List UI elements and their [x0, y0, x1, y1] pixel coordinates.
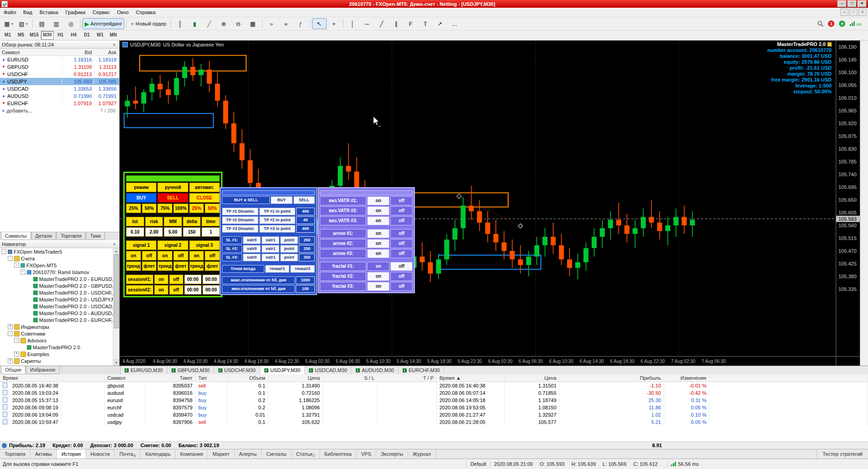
ea-panel-button[interactable]: точка#2 — [290, 265, 315, 273]
tree-toggle-icon[interactable]: - — [14, 263, 19, 268]
algo-trading-button[interactable]: ▶Алготрейдинг — [82, 18, 124, 29]
navigator-tab[interactable]: Общие — [1, 366, 25, 374]
ea-panel-button[interactable]: vatr0 — [243, 236, 261, 244]
ea-panel-button[interactable]: 250 — [299, 254, 315, 261]
ea-panel-button[interactable]: флет — [205, 261, 220, 271]
ea-panel-button[interactable]: SELL — [157, 193, 188, 203]
tree-toggle-icon[interactable]: + — [8, 324, 13, 329]
navigator-item[interactable]: MasterTradePRO 2.0 — [0, 344, 119, 351]
timeframe-button[interactable]: H4 — [67, 31, 80, 40]
more-objects-button[interactable]: … — [447, 18, 462, 29]
ea-panel-button[interactable]: Точки входа — [222, 265, 264, 273]
market-watch-row[interactable]: USDJPY 105.583 105.585 — [0, 78, 119, 85]
community-icon[interactable]: ● — [839, 20, 845, 27]
ea-panel-button[interactable]: on — [367, 229, 389, 238]
ea-panel-button[interactable]: off — [390, 196, 413, 205]
ea-panel-button[interactable]: off — [390, 229, 413, 238]
ea-panel-button[interactable]: 2.00 — [145, 227, 163, 237]
toolbox-tab[interactable]: Сигналы — [262, 449, 292, 459]
chart-tab[interactable]: USDCHF,M30 — [214, 366, 260, 374]
ea-panel-button[interactable]: BUY и SELL — [222, 196, 270, 204]
toolbox-toggle-button[interactable]: ▤ — [35, 18, 49, 29]
toolbox-tab[interactable]: Алерты — [235, 449, 262, 459]
market-watch-row[interactable]: GBPUSD 1.31109 1.31113 — [0, 63, 119, 71]
ea-panel-button[interactable]: SL #3: — [222, 254, 242, 261]
close-button[interactable] — [858, 0, 867, 7]
ea-panel-button[interactable]: 0.10 — [126, 227, 144, 237]
ea-panel-button[interactable]: arrow #3: — [320, 249, 366, 258]
ea-panel-button[interactable]: session#1: — [126, 275, 153, 284]
market-watch-tab[interactable]: Тики — [86, 232, 105, 240]
ea-panel-button[interactable]: 250 — [299, 236, 315, 244]
timeframe-button[interactable]: D1 — [81, 31, 93, 40]
ea-panel-button[interactable] — [320, 190, 413, 195]
zoom-in-button[interactable]: ⊕ — [217, 18, 231, 29]
history-row[interactable]: 2020.08.06 09:08:19 eurchf 8397579 buy 0… — [0, 404, 868, 411]
tree-toggle-icon[interactable]: + — [8, 358, 13, 363]
ea-panel-button[interactable]: off — [390, 206, 413, 215]
tree-toggle-icon[interactable]: - — [8, 256, 13, 261]
ea-panel-button[interactable] — [222, 190, 315, 195]
ea-panel-button[interactable]: мин.отклонение от h/l. дня — [222, 285, 295, 293]
history-row[interactable]: 2020.08.06 19:04:09 usdcad 8399470 buy 0… — [0, 411, 868, 418]
market-watch-tab[interactable]: Символы — [1, 232, 31, 240]
ea-panel-button[interactable]: 00:00 — [202, 285, 220, 295]
history-row[interactable]: 2020.08.05 16:40:38 gbpusd 8395037 sell … — [0, 382, 868, 389]
chart-close-icon[interactable]: × — [858, 9, 867, 16]
zoom-out-button[interactable]: ⊖ — [231, 18, 246, 29]
history-column-header[interactable]: Прибыль — [560, 374, 664, 382]
history-column-header[interactable]: T / P — [378, 374, 437, 382]
ea-panel-button[interactable]: off — [390, 282, 413, 291]
timeframe-button[interactable]: M15 — [28, 31, 40, 40]
navigator-item[interactable]: MasterTradePRO 2.0 - USDJPY,M30 — [0, 296, 119, 303]
ea-panel-button[interactable]: 5.00 — [164, 227, 182, 237]
navigator-item[interactable]: MasterTradePRO 2.0 - GBPUSD,M30 — [0, 282, 119, 289]
navigator-item[interactable]: - FXOpen MetaTrader5 — [0, 248, 119, 255]
ea-panel-button[interactable]: макс.отклонение от h/l. дня — [222, 276, 295, 284]
chart-restore-icon[interactable]: ▫ — [849, 9, 858, 16]
toolbox-tab[interactable]: Эксперты — [376, 449, 408, 459]
navigator-item[interactable]: MasterTradePRO 2.0 - EURUSD,M30 — [0, 275, 119, 282]
ea-panel-button[interactable]: TP #1 in point — [259, 208, 296, 215]
trendline-button[interactable]: ╱ — [374, 18, 389, 29]
toolbox-tab[interactable]: Маркет — [208, 449, 234, 459]
ea-panel-button[interactable]: point — [280, 236, 298, 244]
tree-toggle-icon[interactable] — [27, 290, 32, 295]
equidistant-channel-button[interactable]: ∥ — [389, 18, 404, 29]
timeframe-button[interactable]: M1 — [1, 31, 14, 40]
ea-panel-button[interactable]: SL #1: — [222, 236, 242, 244]
ea-panel-button[interactable]: TP #3 Dinamic — [222, 225, 258, 233]
ea-panel-button[interactable]: 00:00 — [184, 275, 202, 284]
history-column-header[interactable]: Тип — [196, 374, 227, 382]
ea-panel-button[interactable]: TP #1 Dinamic — [222, 208, 258, 215]
ea-panel-button[interactable]: SELL — [293, 196, 315, 204]
menu-item[interactable]: Графики — [62, 8, 89, 16]
ea-panel-button[interactable]: TP #2 Dinamic — [222, 216, 258, 224]
ea-panel-button[interactable]: 150 — [183, 227, 201, 237]
navigator-item[interactable]: - Счета — [0, 255, 119, 262]
toolbox-tab[interactable]: Статьи2 — [292, 449, 320, 459]
ea-panel-button[interactable]: 400 — [296, 208, 315, 215]
ea-panel-button[interactable]: off — [390, 272, 413, 281]
navigator-item[interactable]: - FXOpen-MT5 — [0, 262, 119, 269]
ea-panel-button[interactable]: тренд — [157, 261, 172, 271]
menu-item[interactable]: Вставка — [36, 8, 62, 16]
toolbox-tab[interactable]: История — [57, 449, 86, 459]
ea-panel-button[interactable]: off — [169, 275, 183, 284]
navigator-item[interactable]: + Examples — [0, 351, 119, 357]
history-column-header[interactable] — [710, 374, 868, 382]
vertical-line-button[interactable]: │ — [345, 18, 360, 29]
new-order-button[interactable]: +Новый ордер — [128, 18, 168, 29]
ea-panel-button[interactable]: signal 2 — [157, 240, 188, 250]
ea-panel-button[interactable]: виз.VATR #2: — [320, 206, 366, 215]
ea-panel-button[interactable]: vatr0 — [243, 245, 261, 253]
notifications-icon[interactable]: 1 — [828, 20, 834, 27]
ea-panel-button[interactable]: 100% — [173, 204, 188, 213]
history-column-header[interactable]: Символ — [105, 374, 146, 382]
market-watch-close-icon[interactable]: × — [111, 42, 117, 47]
tree-toggle-icon[interactable] — [27, 276, 32, 281]
search-icon[interactable] — [817, 20, 823, 27]
history-column-header[interactable]: Время ▲ — [437, 374, 505, 382]
indicators-button[interactable]: ƒ — [293, 18, 308, 29]
navigator-scrollbar[interactable]: ▲ ▼ — [113, 248, 119, 366]
